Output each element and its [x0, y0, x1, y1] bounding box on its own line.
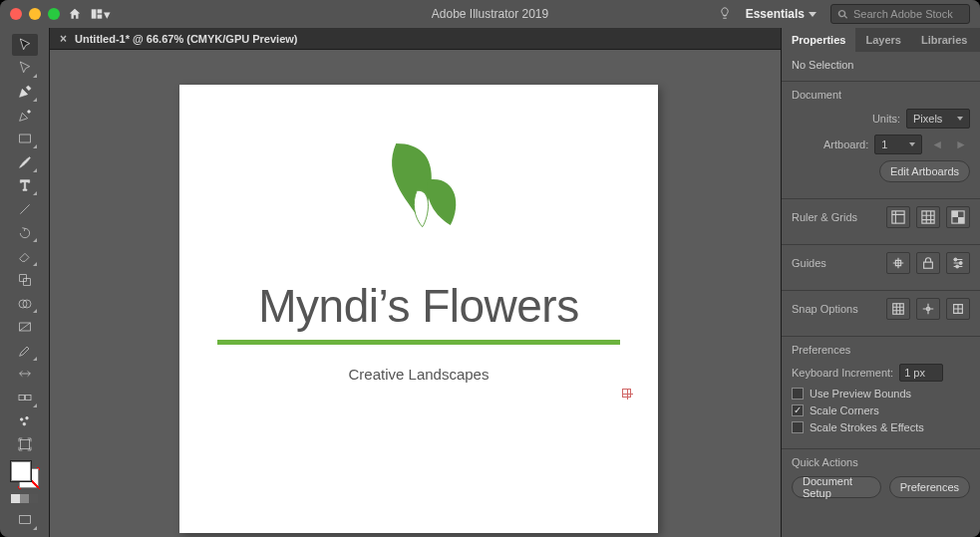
shape-builder-tool[interactable]: [12, 293, 38, 315]
blend-tool[interactable]: [12, 387, 38, 408]
document-section: Document Units: Pixels Artboard: 1 ◄ ► E…: [782, 82, 980, 199]
units-dropdown[interactable]: Pixels: [906, 109, 970, 129]
draw-mode-strip[interactable]: [11, 494, 38, 503]
units-value: Pixels: [913, 113, 942, 125]
fill-stroke-swatch[interactable]: [11, 461, 39, 489]
use-preview-bounds-checkbox[interactable]: Use Preview Bounds: [792, 388, 970, 400]
scale-tool[interactable]: [12, 269, 38, 291]
artboard[interactable]: Myndi’s Flowers Creative Landscapes: [179, 85, 658, 533]
svg-rect-12: [19, 395, 24, 400]
close-tab-icon[interactable]: ×: [60, 32, 67, 46]
svg-rect-17: [20, 439, 29, 448]
home-icon[interactable]: [68, 7, 82, 21]
anchor-point-icon[interactable]: [622, 389, 631, 398]
selection-state-label: No Selection: [792, 59, 853, 71]
keyboard-increment-input[interactable]: 1 px: [899, 364, 943, 382]
artboard-tool-icon[interactable]: [12, 433, 38, 455]
paintbrush-tool[interactable]: [12, 151, 38, 173]
tab-properties[interactable]: Properties: [782, 28, 855, 52]
ruler-toggle-button[interactable]: [886, 206, 910, 228]
guides-options-button[interactable]: [946, 252, 970, 274]
svg-rect-2: [98, 15, 103, 19]
svg-rect-6: [19, 275, 26, 282]
search-icon: [837, 9, 848, 20]
width-tool[interactable]: [12, 364, 38, 386]
symbols-tool[interactable]: [12, 410, 38, 432]
snap-options-label: Snap Options: [792, 303, 858, 315]
discover-icon[interactable]: [718, 6, 732, 23]
svg-rect-18: [19, 516, 30, 524]
svg-rect-1: [98, 9, 103, 13]
document-tab[interactable]: × Untitled-1* @ 66.67% (CMYK/GPU Preview…: [50, 28, 307, 49]
tools-panel: [0, 28, 50, 537]
eraser-tool[interactable]: [12, 245, 38, 267]
scale-strokes-effects-checkbox[interactable]: Scale Strokes & Effects: [792, 421, 970, 433]
next-artboard-button[interactable]: ►: [952, 137, 970, 151]
svg-rect-7: [23, 279, 30, 286]
guides-label: Guides: [792, 257, 826, 269]
fill-swatch[interactable]: [11, 461, 31, 481]
svg-rect-22: [958, 217, 964, 223]
document-section-title: Document: [792, 89, 970, 101]
maximize-window-button[interactable]: [48, 8, 60, 20]
curvature-tool[interactable]: [12, 105, 38, 127]
properties-panel: Properties Layers Libraries No Selection…: [781, 28, 980, 537]
svg-rect-27: [893, 304, 904, 315]
artboard-dropdown[interactable]: 1: [874, 134, 922, 154]
preferences-button-label: Preferences: [900, 481, 959, 493]
svg-rect-19: [892, 211, 904, 223]
canvas[interactable]: Myndi’s Flowers Creative Landscapes: [50, 50, 781, 537]
arrange-documents-icon[interactable]: ▾: [90, 7, 111, 22]
snap-point-button[interactable]: [916, 298, 940, 320]
document-area: × Untitled-1* @ 66.67% (CMYK/GPU Preview…: [50, 28, 781, 537]
transparency-grid-button[interactable]: [946, 206, 970, 228]
preferences-button[interactable]: Preferences: [889, 476, 970, 498]
edit-artboards-button[interactable]: Edit Artboards: [879, 160, 970, 182]
svg-point-26: [956, 265, 959, 268]
document-tab-bar: × Untitled-1* @ 66.67% (CMYK/GPU Preview…: [50, 28, 781, 50]
scale-strokes-effects-label: Scale Strokes & Effects: [810, 421, 924, 433]
rectangle-tool[interactable]: [12, 128, 38, 149]
keyboard-increment-label: Keyboard Increment:: [792, 367, 893, 379]
search-stock-input[interactable]: Search Adobe Stock: [830, 4, 970, 24]
svg-point-14: [20, 417, 23, 420]
minimize-window-button[interactable]: [29, 8, 41, 20]
selection-tool[interactable]: [12, 34, 38, 56]
pen-tool[interactable]: [12, 81, 38, 103]
screen-mode[interactable]: [12, 509, 38, 531]
document-setup-button[interactable]: Document Setup: [792, 476, 881, 498]
preferences-title: Preferences: [792, 344, 970, 356]
svg-rect-4: [19, 134, 30, 142]
use-preview-bounds-label: Use Preview Bounds: [810, 388, 911, 400]
snap-pixel-button[interactable]: [886, 298, 910, 320]
guides-section: Guides: [782, 245, 980, 291]
type-tool[interactable]: [12, 175, 38, 197]
scale-corners-checkbox[interactable]: Scale Corners: [792, 404, 970, 416]
line-segment-tool[interactable]: [12, 198, 38, 220]
preferences-section: Preferences Keyboard Increment: 1 px Use…: [782, 337, 980, 449]
tab-layers[interactable]: Layers: [855, 28, 910, 52]
snap-options-section: Snap Options: [782, 291, 980, 337]
artboard-subheadline: Creative Landscapes: [179, 366, 658, 383]
svg-rect-23: [924, 262, 933, 268]
direct-selection-tool[interactable]: [12, 58, 38, 80]
quick-actions-title: Quick Actions: [792, 456, 970, 468]
eyedropper-tool[interactable]: [12, 340, 38, 362]
workspace-switcher[interactable]: Essentials: [746, 7, 817, 21]
logo-leaves-icon: [364, 134, 474, 238]
svg-point-24: [954, 258, 957, 261]
artboard-underline: [217, 340, 620, 345]
units-label: Units:: [872, 113, 900, 125]
close-window-button[interactable]: [10, 8, 22, 20]
rotate-tool[interactable]: [12, 222, 38, 244]
gradient-tool[interactable]: [12, 316, 38, 338]
artboard-label: Artboard:: [823, 138, 868, 150]
prev-artboard-button[interactable]: ◄: [928, 137, 946, 151]
snap-grid-button[interactable]: [946, 298, 970, 320]
tab-libraries[interactable]: Libraries: [911, 28, 977, 52]
grid-toggle-button[interactable]: [916, 206, 940, 228]
artboard-headline: Myndi’s Flowers: [179, 279, 658, 333]
guides-lock-button[interactable]: [916, 252, 940, 274]
guides-visibility-button[interactable]: [886, 252, 910, 274]
workspace-label: Essentials: [746, 7, 805, 21]
